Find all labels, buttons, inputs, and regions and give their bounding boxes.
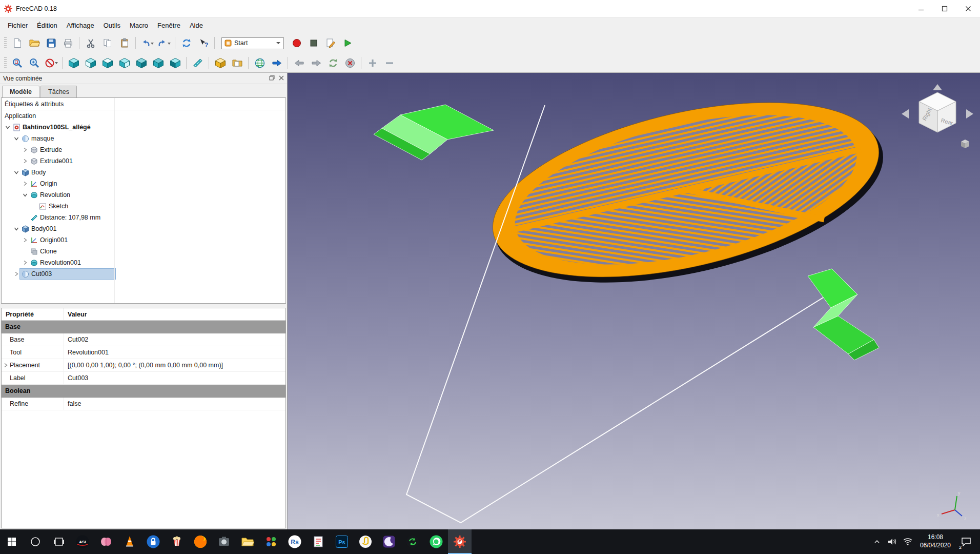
taskbar-colors-app[interactable] — [259, 529, 283, 554]
tree-item-revolution001[interactable]: Revolution001 — [2, 257, 285, 268]
prop-row-refine[interactable]: Refinefalse — [2, 398, 285, 410]
appearance-button[interactable] — [212, 55, 229, 71]
prop-value[interactable]: Cut002 — [64, 336, 285, 343]
tree-item-clone[interactable]: Clone — [2, 246, 285, 257]
prop-value[interactable]: [(0,00 0,00 1,00); 0,00 °; (0,00 mm 0,00… — [64, 362, 285, 369]
taskbar-clock[interactable]: 16:08 06/04/2020 — [915, 533, 955, 549]
redo-button[interactable] — [155, 35, 172, 51]
menu-affichage[interactable]: Affichage — [62, 17, 99, 33]
tab-taches[interactable]: Tâches — [40, 86, 77, 97]
tree-item-revolution[interactable]: Revolution — [2, 189, 285, 201]
tree-item-application[interactable]: Application — [2, 110, 285, 122]
tree-item-sketch[interactable]: Sketch — [2, 201, 285, 212]
chevron-collapsed-icon[interactable] — [21, 159, 29, 164]
taskbar-firefox-app[interactable] — [189, 529, 212, 554]
view-bottom-button[interactable] — [150, 55, 167, 71]
taskbar-asi-app[interactable]: ASI — [71, 529, 94, 554]
taskbar-lock-app[interactable] — [141, 529, 165, 554]
chevron-expanded-icon[interactable] — [12, 136, 20, 141]
new-file-button[interactable] — [9, 35, 26, 51]
web-home-button[interactable] — [251, 55, 268, 71]
refresh-button[interactable] — [178, 35, 195, 51]
fit-all-button[interactable] — [9, 55, 26, 71]
float-panel-icon[interactable] — [269, 75, 275, 82]
chevron-collapsed-icon[interactable] — [21, 147, 29, 152]
chevron-collapsed-icon[interactable] — [12, 271, 20, 276]
workbench-selector[interactable]: Start — [221, 37, 284, 49]
chevron-collapsed-icon[interactable] — [2, 363, 10, 368]
taskbar-rstudio-app[interactable]: Rs — [283, 529, 307, 554]
tree-item-extrude[interactable]: Extrude — [2, 144, 285, 155]
view-front-button[interactable] — [82, 55, 99, 71]
view-left-button[interactable] — [167, 55, 183, 71]
zoom-region-button[interactable] — [26, 55, 43, 71]
nav-stop-button[interactable] — [341, 55, 358, 71]
3d-viewport[interactable]: Right Rear x y z — [288, 73, 980, 529]
prop-row-label[interactable]: LabelCut003 — [2, 372, 285, 385]
cut-button[interactable] — [82, 35, 99, 51]
volume-icon[interactable] — [885, 538, 900, 546]
prop-value[interactable]: Revolution001 — [64, 349, 285, 356]
taskbar-vlc-app[interactable] — [118, 529, 141, 554]
link-go-button[interactable] — [268, 55, 285, 71]
paste-button[interactable] — [116, 35, 133, 51]
close-button[interactable] — [956, 0, 980, 17]
close-panel-icon[interactable] — [279, 75, 284, 82]
tree-item-origin[interactable]: Origin — [2, 178, 285, 189]
undo-button[interactable] — [138, 35, 155, 51]
chevron-collapsed-icon[interactable] — [21, 238, 29, 243]
view-right-button[interactable] — [116, 55, 133, 71]
chevron-expanded-icon[interactable] — [21, 192, 29, 197]
tree-item-distance-107-98-mm[interactable]: Distance: 107,98 mm — [2, 212, 285, 223]
maximize-button[interactable] — [933, 0, 956, 17]
whats-this-button[interactable]: ? — [195, 35, 212, 51]
tree-item-cut003[interactable]: Cut003 — [2, 268, 285, 280]
copy-button[interactable] — [99, 35, 116, 51]
tray-expand-icon[interactable] — [869, 538, 885, 545]
menu-dition[interactable]: Édition — [32, 17, 62, 33]
taskbar-notes-app[interactable] — [307, 529, 330, 554]
chevron-expanded-icon[interactable] — [12, 170, 20, 175]
taskbar-popcorn-app[interactable] — [165, 529, 189, 554]
taskbar-capture-app[interactable] — [212, 529, 236, 554]
menu-fen-tre[interactable]: Fenêtre — [153, 17, 185, 33]
chevron-collapsed-icon[interactable] — [21, 260, 29, 265]
nav-forward-button[interactable] — [308, 55, 324, 71]
prop-row-base[interactable]: BaseCut002 — [2, 333, 285, 346]
taskbar-moon-app[interactable] — [377, 529, 401, 554]
toolbar-drag-handle[interactable] — [4, 37, 7, 49]
measure-distance-button[interactable] — [189, 55, 206, 71]
play-macro-button[interactable] — [339, 35, 356, 51]
action-center-button[interactable]: 2 — [955, 529, 977, 554]
taskbar-start-button[interactable] — [0, 529, 24, 554]
tab-modele[interactable]: Modèle — [2, 86, 39, 97]
print-button[interactable] — [59, 35, 76, 51]
prop-value[interactable]: false — [64, 400, 285, 407]
taskbar-search-button[interactable] — [24, 529, 47, 554]
taskbar-brain-app[interactable] — [94, 529, 118, 554]
zoom-out-button[interactable] — [381, 55, 398, 71]
record-macro-button[interactable] — [288, 35, 305, 51]
prop-value[interactable]: Cut003 — [64, 374, 285, 382]
view-axonometric-button[interactable] — [65, 55, 82, 71]
panel-splitter[interactable] — [0, 304, 287, 308]
toolbar-drag-handle[interactable] — [4, 57, 7, 69]
menu-aide[interactable]: Aide — [185, 17, 208, 33]
chevron-expanded-icon[interactable] — [12, 226, 20, 231]
nav-back-button[interactable] — [291, 55, 308, 71]
tree-item-masque[interactable]: masque — [2, 133, 285, 144]
taskbar-sync-app[interactable] — [401, 529, 424, 554]
tree-item-origin001[interactable]: Origin001 — [2, 234, 285, 246]
std-views-folder-button[interactable] — [229, 55, 246, 71]
network-icon[interactable] — [900, 538, 915, 546]
taskbar-task-view-button[interactable] — [47, 529, 71, 554]
minimize-button[interactable] — [909, 0, 933, 17]
menu-outils[interactable]: Outils — [99, 17, 125, 33]
menu-macro[interactable]: Macro — [125, 17, 153, 33]
edit-macro-button[interactable] — [322, 35, 339, 51]
taskbar-photoshop-app[interactable]: Ps — [330, 529, 354, 554]
tree-item-body001[interactable]: Body001 — [2, 223, 285, 234]
chevron-expanded-icon[interactable] — [4, 125, 11, 130]
zoom-in-button[interactable] — [364, 55, 381, 71]
taskbar-whatsapp-app[interactable] — [424, 529, 448, 554]
